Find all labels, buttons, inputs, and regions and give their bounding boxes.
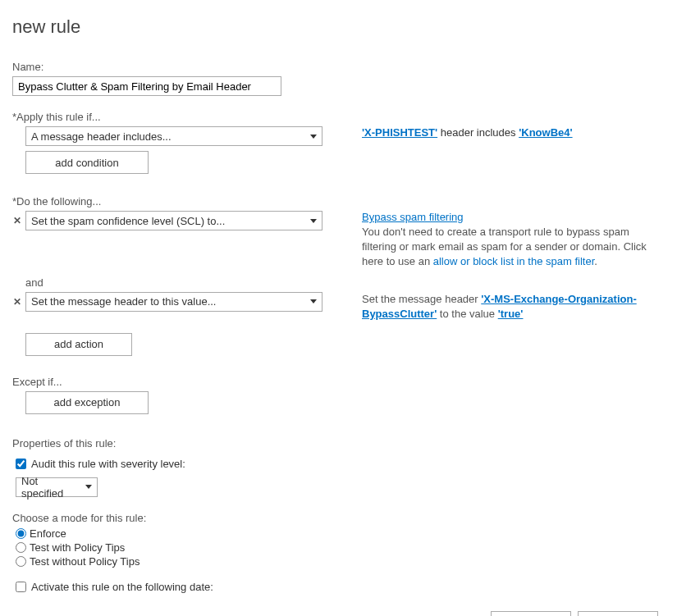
mode-test-no-policy-label: Test without Policy Tips (30, 555, 140, 568)
activate-checkbox[interactable] (16, 582, 26, 592)
name-input[interactable] (12, 76, 281, 96)
save-button[interactable]: Save (491, 611, 571, 616)
cancel-button[interactable]: Cancel (578, 611, 658, 616)
apply-if-label: *Apply this rule if... (12, 111, 665, 123)
audit-checkbox[interactable] (16, 459, 26, 469)
apply-if-dropdown[interactable]: A message header includes... (25, 126, 322, 146)
header-value-link[interactable]: 'KnowBe4' (519, 126, 572, 139)
set-header-value-link[interactable]: 'true' (498, 308, 524, 320)
mode-test-policy-radio[interactable] (16, 542, 26, 553)
set-header-info: Set the message header 'X-MS-Exchange-Or… (339, 292, 665, 322)
caret-icon (310, 299, 317, 303)
name-label: Name: (12, 61, 665, 73)
severity-dropdown-text: Not specified (21, 475, 80, 500)
action-2-dropdown-text: Set the message header to this value... (31, 295, 216, 308)
header-connector: header includes (437, 126, 519, 139)
action-1-dropdown-text: Set the spam confidence level (SCL) to..… (31, 215, 225, 227)
mode-test-policy-label: Test with Policy Tips (30, 541, 125, 554)
caret-icon (310, 219, 317, 223)
remove-action-2-icon[interactable]: ✕ (12, 293, 22, 311)
add-exception-button[interactable]: add exception (25, 391, 149, 414)
page-title: new rule (12, 16, 665, 38)
properties-label: Properties of this rule: (12, 437, 665, 449)
remove-action-1-icon[interactable]: ✕ (12, 212, 22, 230)
and-label: and (25, 276, 665, 289)
apply-if-dropdown-text: A message header includes... (31, 130, 172, 143)
bypass-spam-link[interactable]: Bypass spam filtering (362, 211, 464, 223)
add-action-button[interactable]: add action (25, 333, 132, 356)
header-name-link[interactable]: 'X-PHISHTEST' (362, 126, 437, 139)
mode-test-no-policy-radio[interactable] (16, 556, 26, 567)
add-condition-button[interactable]: add condition (25, 151, 149, 174)
allow-block-link[interactable]: allow or block list in the spam filter (433, 255, 595, 267)
action-2-dropdown[interactable]: Set the message header to this value... (25, 292, 322, 312)
bypass-spam-info: You don't need to create a transport rul… (362, 225, 665, 270)
action-1-dropdown[interactable]: Set the spam confidence level (SCL) to..… (25, 211, 322, 230)
caret-icon (310, 135, 317, 139)
mode-enforce-radio[interactable] (16, 528, 26, 539)
activate-label: Activate this rule on the following date… (31, 581, 213, 593)
severity-dropdown[interactable]: Not specified (16, 477, 98, 497)
do-following-label: *Do the following... (12, 195, 665, 208)
caret-icon (85, 485, 92, 489)
except-if-label: Except if... (12, 376, 665, 388)
audit-label: Audit this rule with severity level: (31, 458, 185, 470)
mode-enforce-label: Enforce (30, 527, 66, 540)
mode-label: Choose a mode for this rule: (12, 512, 665, 524)
